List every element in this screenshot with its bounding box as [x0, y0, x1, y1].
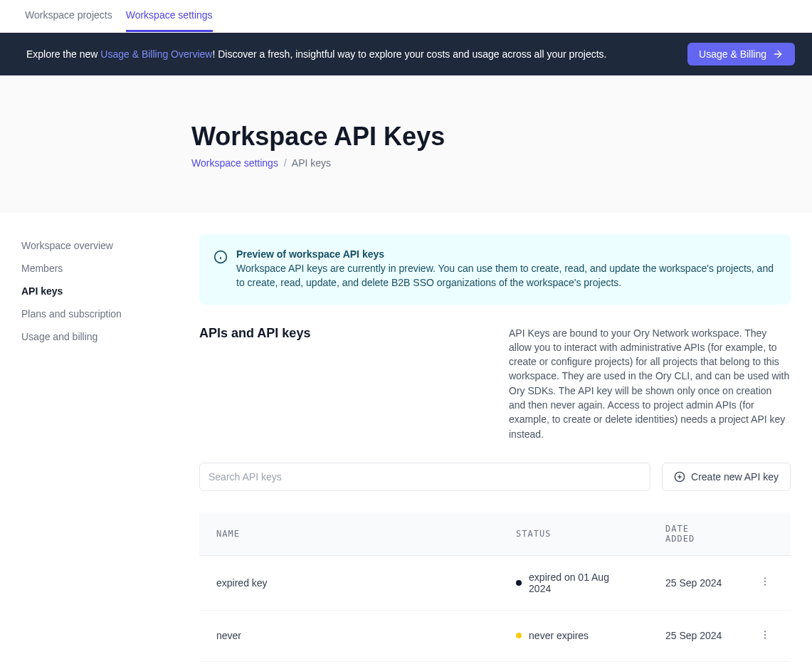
create-api-key-button[interactable]: Create new API key [662, 463, 791, 491]
api-keys-table: NAME STATUS DATE ADDED expired key expir… [199, 512, 791, 669]
banner-prefix: Explore the new [26, 48, 100, 60]
sidebar-item-usage[interactable]: Usage and billing [21, 325, 171, 348]
banner-text: Explore the new Usage & Billing Overview… [26, 48, 607, 60]
key-name: expired key [199, 555, 499, 610]
sidebar-item-api-keys[interactable]: API keys [21, 280, 171, 302]
status-dot-icon [516, 580, 522, 586]
breadcrumb: Workspace settings / API keys [191, 157, 812, 169]
content: Preview of workspace API keys Workspace … [199, 234, 791, 669]
kebab-icon [759, 576, 771, 587]
sidebar: Workspace overview Members API keys Plan… [21, 234, 171, 669]
sidebar-item-members[interactable]: Members [21, 257, 171, 280]
key-name: valid key [199, 661, 499, 669]
tab-workspace-projects[interactable]: Workspace projects [25, 0, 112, 32]
sidebar-item-plans[interactable]: Plans and subscription [21, 302, 171, 325]
info-content: Preview of workspace API keys Workspace … [236, 248, 776, 290]
search-input[interactable] [199, 463, 650, 491]
row-actions-button[interactable] [756, 626, 774, 646]
info-desc: Workspace API keys are currently in prev… [236, 261, 776, 290]
plus-circle-icon [674, 471, 685, 483]
key-status-cell: never expires [499, 610, 648, 661]
page-header: Workspace API Keys Workspace settings / … [0, 75, 812, 213]
breadcrumb-link[interactable]: Workspace settings [191, 157, 278, 169]
key-status: never expires [529, 630, 589, 641]
banner-button-label: Usage & Billing [699, 48, 766, 60]
key-date: 25 Sep 2024 [648, 661, 739, 669]
key-status-cell: expires on 24 Nov 2024 [499, 661, 648, 669]
page-title: Workspace API Keys [191, 122, 812, 152]
section-header: APIs and API keys API Keys are bound to … [199, 326, 791, 441]
kebab-icon [759, 629, 771, 641]
svg-point-12 [764, 638, 766, 639]
create-button-label: Create new API key [691, 471, 779, 483]
table-row: never never expires 25 Sep 2024 [199, 610, 791, 661]
table-header-date: DATE ADDED [648, 512, 739, 556]
info-box: Preview of workspace API keys Workspace … [199, 234, 791, 305]
promo-banner: Explore the new Usage & Billing Overview… [0, 33, 812, 75]
key-status-cell: expired on 01 Aug 2024 [499, 555, 648, 610]
svg-point-8 [764, 581, 766, 582]
svg-point-10 [764, 631, 766, 632]
breadcrumb-current: API keys [292, 157, 331, 169]
section-desc: API Keys are bound to your Ory Network w… [509, 326, 791, 441]
section-heading: APIs and API keys [199, 326, 466, 441]
top-tabs: Workspace projects Workspace settings [0, 0, 812, 33]
table-row: expired key expired on 01 Aug 2024 25 Se… [199, 555, 791, 610]
tab-workspace-settings[interactable]: Workspace settings [126, 0, 213, 32]
svg-point-9 [764, 584, 766, 586]
key-status: expired on 01 Aug 2024 [529, 571, 631, 594]
key-date: 25 Sep 2024 [648, 610, 739, 661]
table-header-name: NAME [199, 512, 499, 556]
arrow-right-icon [772, 48, 784, 60]
svg-point-7 [764, 578, 766, 579]
status-dot-icon [516, 633, 522, 638]
main-container: Workspace overview Members API keys Plan… [0, 213, 812, 669]
row-actions-button[interactable] [756, 573, 774, 592]
table-header-actions [739, 512, 791, 556]
key-name: never [199, 610, 499, 661]
banner-link[interactable]: Usage & Billing Overview [100, 48, 212, 60]
svg-point-11 [764, 634, 766, 636]
table-header-status: STATUS [499, 512, 648, 556]
usage-billing-button[interactable]: Usage & Billing [687, 43, 795, 65]
info-title: Preview of workspace API keys [236, 248, 776, 260]
info-icon [213, 250, 228, 264]
sidebar-item-overview[interactable]: Workspace overview [21, 234, 171, 257]
banner-suffix: ! Discover a fresh, insightful way to ex… [212, 48, 606, 60]
table-row: valid key expires on 24 Nov 2024 25 Sep … [199, 661, 791, 669]
search-create-row: Create new API key [199, 463, 791, 491]
breadcrumb-separator: / [284, 157, 287, 169]
key-date: 25 Sep 2024 [648, 555, 739, 610]
